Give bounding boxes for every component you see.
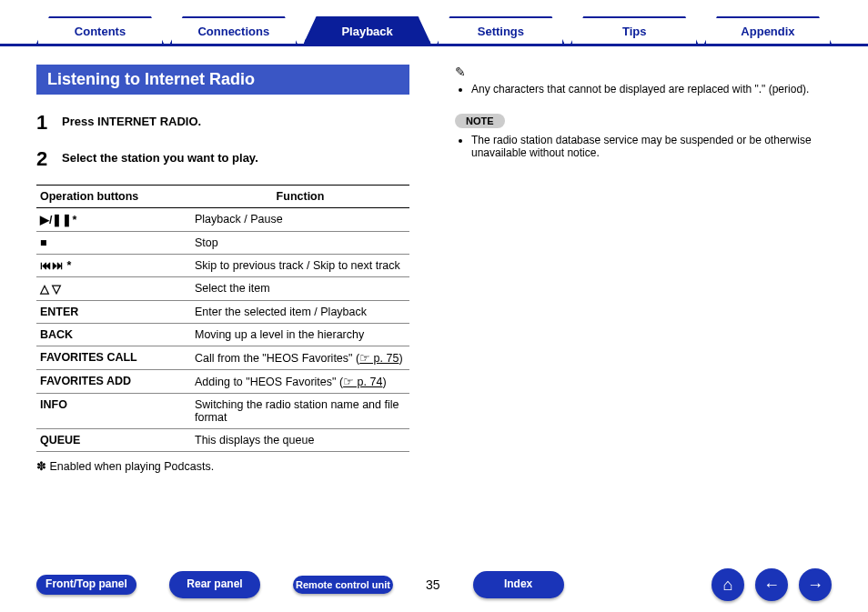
home-button[interactable]: ⌂: [712, 568, 744, 601]
table-footnote: ✽ Enabled when playing Podcasts.: [36, 459, 409, 473]
main-content: Listening to Internet Radio 1 Press INTE…: [0, 46, 868, 473]
footer-rear-panel[interactable]: Rear panel: [169, 571, 260, 598]
table-row: ENTER Enter the selected item / Playback: [36, 301, 409, 324]
top-nav: Contents Connections Playback Settings T…: [0, 0, 868, 46]
table-row: ■ Stop: [36, 232, 409, 255]
footer-nav-buttons: ⌂ ← →: [712, 568, 832, 601]
tab-appendix[interactable]: Appendix: [704, 16, 832, 44]
notes-bottom: The radio station database service may b…: [455, 134, 832, 159]
table-row: BACK Moving up a level in the hierarchy: [36, 324, 409, 346]
function-cell: Switching the radio station name and fil…: [191, 394, 409, 429]
tab-playback[interactable]: Playback: [304, 16, 431, 44]
right-column: ✎ Any characters that cannot be displaye…: [455, 65, 832, 473]
tab-connections[interactable]: Connections: [170, 16, 298, 44]
home-icon: ⌂: [723, 576, 733, 595]
steps-list: 1 Press INTERNET RADIO. 2 Select the sta…: [36, 111, 409, 171]
up-down-icon: △ ▽: [40, 283, 61, 296]
note-item: The radio station database service may b…: [471, 134, 832, 159]
function-cell: This displays the queue: [191, 429, 409, 452]
skip-prev-next-icon: ⏮⏭: [40, 259, 64, 272]
footer: Front/Top panel Rear panel Remote contro…: [0, 568, 868, 601]
page-number: 35: [426, 577, 440, 592]
function-cell: Call from the "HEOS Favorites" (☞ p. 75): [191, 346, 409, 370]
function-cell: Enter the selected item / Playback: [191, 301, 409, 324]
button-label: FAVORITES ADD: [36, 370, 191, 394]
tab-contents[interactable]: Contents: [36, 16, 164, 44]
prev-page-button[interactable]: ←: [755, 568, 788, 601]
table-header-buttons: Operation buttons: [36, 186, 191, 208]
button-label: ENTER: [36, 301, 191, 324]
tab-settings[interactable]: Settings: [437, 16, 564, 44]
page-link-75[interactable]: ☞ p. 75: [359, 352, 399, 365]
footer-front-top-panel[interactable]: Front/Top panel: [36, 575, 136, 595]
next-page-button[interactable]: →: [799, 568, 832, 601]
function-cell: Stop: [191, 232, 409, 255]
arrow-left-icon: ←: [763, 576, 780, 595]
button-label: INFO: [36, 394, 191, 429]
page-link-74[interactable]: ☞ p. 74: [343, 376, 382, 388]
table-row: △ ▽ Select the item: [36, 277, 409, 301]
asterisk: *: [64, 259, 71, 272]
button-label: FAVORITES CALL: [36, 346, 191, 370]
step-1: 1 Press INTERNET RADIO.: [36, 111, 409, 135]
left-column: Listening to Internet Radio 1 Press INTE…: [36, 65, 409, 473]
step-text: Press INTERNET RADIO.: [62, 111, 201, 128]
note-item: Any characters that cannot be displayed …: [471, 83, 832, 95]
step-number: 1: [36, 111, 62, 135]
step-text: Select the station you want to play.: [62, 147, 258, 165]
table-header-function: Function: [191, 186, 409, 208]
function-cell: Moving up a level in the hierarchy: [191, 324, 409, 346]
operations-table: Operation buttons Function ▶/❚❚* Playbac…: [36, 185, 409, 452]
tab-tips[interactable]: Tips: [570, 16, 698, 44]
button-label: BACK: [36, 324, 191, 346]
function-cell: Adding to "HEOS Favorites" (☞ p. 74): [191, 370, 409, 394]
table-row: QUEUE This displays the queue: [36, 429, 409, 452]
arrow-right-icon: →: [807, 576, 823, 595]
table-row: FAVORITES ADD Adding to "HEOS Favorites"…: [36, 370, 409, 394]
step-number: 2: [36, 147, 62, 171]
stop-icon: ■: [40, 236, 47, 249]
footer-index[interactable]: Index: [473, 571, 564, 598]
footer-remote-control[interactable]: Remote control unit: [293, 576, 393, 595]
step-2: 2 Select the station you want to play.: [36, 147, 409, 171]
function-cell: Playback / Pause: [191, 208, 409, 232]
function-cell: Skip to previous track / Skip to next tr…: [191, 255, 409, 277]
pencil-icon: ✎: [455, 65, 832, 79]
table-row: INFO Switching the radio station name an…: [36, 394, 409, 429]
table-row: FAVORITES CALL Call from the "HEOS Favor…: [36, 346, 409, 370]
notes-top: Any characters that cannot be displayed …: [455, 83, 832, 95]
button-label: QUEUE: [36, 429, 191, 452]
play-pause-icon: ▶/❚❚: [40, 214, 72, 226]
table-row: ⏮⏭ * Skip to previous track / Skip to ne…: [36, 255, 409, 277]
table-row: ▶/❚❚* Playback / Pause: [36, 208, 409, 232]
asterisk: *: [72, 214, 76, 226]
function-cell: Select the item: [191, 277, 409, 301]
note-badge: NOTE: [455, 114, 505, 128]
section-title: Listening to Internet Radio: [36, 65, 409, 95]
